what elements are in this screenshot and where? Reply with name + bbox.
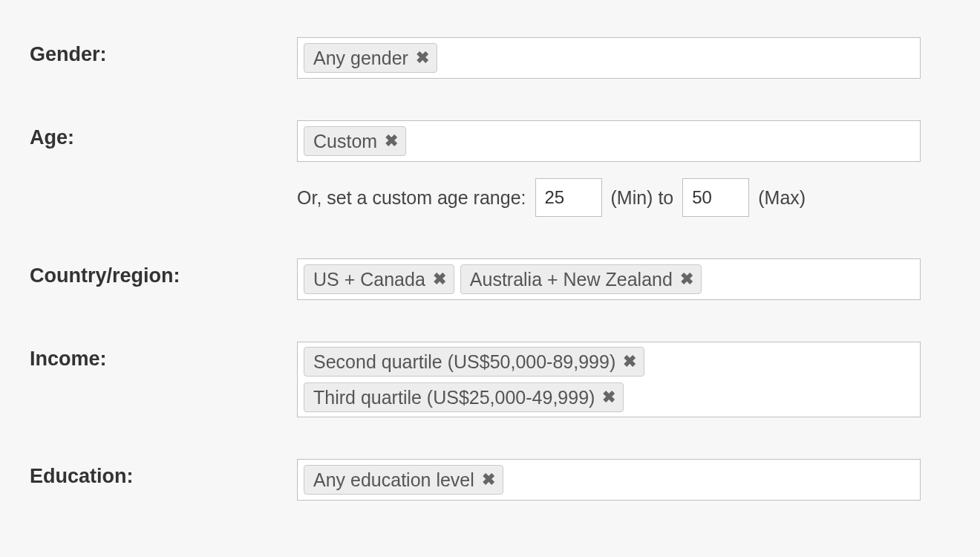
age-min-label: (Min) to [611, 187, 674, 209]
income-tag-1[interactable]: Third quartile (US$25,000-49,999) ✖ [304, 382, 624, 412]
field-col-gender: Any gender ✖ [297, 37, 950, 79]
label-income: Income: [30, 342, 297, 371]
field-col-income: Second quartile (US$50,000-89,999) ✖ Thi… [297, 342, 950, 417]
age-tag-input[interactable]: Custom ✖ [297, 120, 921, 162]
age-max-label: (Max) [758, 187, 806, 209]
row-age: Age: Custom ✖ Or, set a custom age range… [30, 120, 950, 217]
label-gender: Gender: [30, 37, 297, 66]
tag-label: Third quartile (US$25,000-49,999) [313, 386, 595, 408]
field-col-country: US + Canada ✖ Australia + New Zealand ✖ [297, 258, 950, 300]
income-tag-input[interactable]: Second quartile (US$50,000-89,999) ✖ Thi… [297, 342, 921, 417]
age-custom-range: Or, set a custom age range: (Min) to (Ma… [297, 178, 950, 217]
gender-tag-0[interactable]: Any gender ✖ [304, 43, 437, 73]
tag-label: Custom [313, 130, 377, 152]
label-country: Country/region: [30, 258, 297, 287]
tag-label: US + Canada [313, 268, 425, 290]
education-tag-input[interactable]: Any education level ✖ [297, 459, 921, 501]
close-icon[interactable]: ✖ [623, 354, 636, 370]
country-tag-0[interactable]: US + Canada ✖ [304, 264, 454, 294]
tag-label: Australia + New Zealand [470, 268, 673, 290]
education-tag-0[interactable]: Any education level ✖ [304, 465, 503, 495]
tag-label: Any gender [313, 47, 408, 69]
row-education: Education: Any education level ✖ [30, 459, 950, 501]
close-icon[interactable]: ✖ [602, 389, 615, 405]
gender-tag-input[interactable]: Any gender ✖ [297, 37, 921, 79]
income-tag-0[interactable]: Second quartile (US$50,000-89,999) ✖ [304, 347, 644, 377]
age-max-input[interactable] [682, 178, 749, 217]
field-col-age: Custom ✖ Or, set a custom age range: (Mi… [297, 120, 950, 217]
field-col-education: Any education level ✖ [297, 459, 950, 501]
demographic-filter-form: Gender: Any gender ✖ Age: Custom ✖ Or, s… [0, 0, 980, 530]
close-icon[interactable]: ✖ [385, 133, 398, 149]
close-icon[interactable]: ✖ [680, 271, 693, 287]
tag-label: Second quartile (US$50,000-89,999) [313, 351, 615, 373]
row-gender: Gender: Any gender ✖ [30, 37, 950, 79]
country-tag-input[interactable]: US + Canada ✖ Australia + New Zealand ✖ [297, 258, 921, 300]
age-custom-prompt: Or, set a custom age range: [297, 187, 526, 209]
age-min-input[interactable] [535, 178, 602, 217]
tag-label: Any education level [313, 469, 474, 491]
age-tag-0[interactable]: Custom ✖ [304, 126, 406, 156]
row-country: Country/region: US + Canada ✖ Australia … [30, 258, 950, 300]
row-income: Income: Second quartile (US$50,000-89,99… [30, 342, 950, 417]
close-icon[interactable]: ✖ [433, 271, 446, 287]
country-tag-1[interactable]: Australia + New Zealand ✖ [460, 264, 702, 294]
label-age: Age: [30, 120, 297, 149]
close-icon[interactable]: ✖ [416, 50, 429, 66]
close-icon[interactable]: ✖ [482, 472, 495, 488]
label-education: Education: [30, 459, 297, 488]
